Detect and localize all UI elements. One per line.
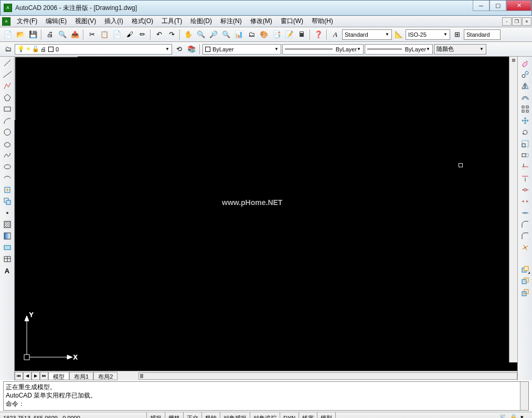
tab-nav-first[interactable]: ⏮ bbox=[15, 372, 23, 380]
stretch-button[interactable] bbox=[519, 150, 531, 160]
menu-dimension[interactable]: 标注(N) bbox=[216, 15, 246, 27]
menu-format[interactable]: 格式(O) bbox=[127, 15, 157, 27]
redo-button[interactable]: ↷ bbox=[166, 29, 177, 40]
table-button[interactable] bbox=[2, 254, 13, 264]
snap-toggle[interactable]: 捕捉 bbox=[147, 412, 165, 418]
tool-palettes-button[interactable]: 🎨 bbox=[258, 29, 270, 40]
trim-button[interactable] bbox=[519, 162, 531, 172]
draworder-front-button[interactable] bbox=[519, 264, 531, 275]
circle-button[interactable] bbox=[2, 127, 13, 137]
drawing-canvas[interactable]: www.pHome.NET X Y bbox=[15, 57, 517, 371]
table-style-icon[interactable]: ⊞ bbox=[451, 29, 463, 40]
menu-view[interactable]: 视图(V) bbox=[71, 15, 100, 27]
tray-settings-icon[interactable]: ▾ bbox=[520, 414, 529, 419]
erase-button[interactable] bbox=[519, 58, 531, 68]
tab-layout2[interactable]: 布局2 bbox=[93, 372, 118, 380]
command-area[interactable]: 正在重生成模型。 AutoCAD 菜单实用程序已加载。 命令： bbox=[3, 381, 529, 411]
sheet-set-button[interactable]: 📑 bbox=[271, 29, 282, 40]
zoom-realtime-button[interactable]: 🔍 bbox=[195, 29, 207, 40]
zoom-previous-button[interactable]: 🔍 bbox=[220, 29, 232, 40]
menu-draw[interactable]: 绘图(D) bbox=[186, 15, 216, 27]
cut-button[interactable]: ✂ bbox=[86, 29, 98, 40]
match-properties-button[interactable]: 🖌 bbox=[124, 29, 135, 40]
close-button[interactable]: ✕ bbox=[506, 1, 531, 11]
menu-insert[interactable]: 插入(I) bbox=[100, 15, 127, 27]
line-button[interactable] bbox=[2, 58, 13, 68]
tab-nav-last[interactable]: ⏭ bbox=[40, 372, 48, 380]
chamfer-button[interactable] bbox=[519, 219, 531, 230]
tab-layout1[interactable]: 布局1 bbox=[69, 372, 93, 380]
help-button[interactable]: ❓ bbox=[313, 29, 324, 40]
new-button[interactable]: 📄 bbox=[2, 29, 14, 40]
open-button[interactable]: 📂 bbox=[15, 29, 26, 40]
layer-states-button[interactable]: 📚 bbox=[186, 44, 197, 55]
draworder-back-button[interactable] bbox=[519, 276, 531, 286]
osnap-toggle[interactable]: 对象捕捉 bbox=[220, 412, 250, 418]
spline-button[interactable] bbox=[2, 150, 13, 160]
region-button[interactable] bbox=[2, 242, 13, 253]
undo-button[interactable]: ↶ bbox=[153, 29, 165, 40]
plotstyle-dropdown[interactable]: 随颜色▼ bbox=[434, 44, 486, 55]
break-button[interactable] bbox=[519, 196, 531, 207]
menu-window[interactable]: 窗口(W) bbox=[276, 15, 307, 27]
lock-icon[interactable]: 🔒 bbox=[510, 414, 518, 419]
maximize-button[interactable]: ▢ bbox=[490, 1, 506, 11]
paste-button[interactable]: 📄 bbox=[111, 29, 123, 40]
ellipse-arc-button[interactable] bbox=[2, 173, 13, 184]
menu-edit[interactable]: 编辑(E) bbox=[41, 15, 71, 27]
point-button[interactable] bbox=[2, 208, 13, 218]
draworder-above-button[interactable] bbox=[519, 287, 531, 298]
grid-toggle[interactable]: 栅格 bbox=[165, 412, 184, 418]
quickcalc-button[interactable]: 🖩 bbox=[296, 29, 307, 40]
linetype-dropdown[interactable]: ByLayer▼ bbox=[282, 44, 364, 55]
join-button[interactable] bbox=[519, 208, 531, 218]
horizontal-scrollbar[interactable] bbox=[139, 372, 517, 380]
explode-button[interactable] bbox=[519, 242, 531, 253]
revision-cloud-button[interactable] bbox=[2, 138, 13, 149]
mtext-button[interactable]: A bbox=[2, 265, 13, 276]
minimize-button[interactable]: ─ bbox=[473, 1, 490, 11]
layer-manager-button[interactable]: 🗂 bbox=[2, 44, 14, 55]
hatch-button[interactable] bbox=[2, 219, 13, 230]
save-button[interactable]: 💾 bbox=[27, 29, 39, 40]
array-button[interactable] bbox=[519, 104, 531, 114]
publish-button[interactable]: 📤 bbox=[69, 29, 81, 40]
markup-button[interactable]: 📝 bbox=[283, 29, 295, 40]
vertical-scrollbar[interactable] bbox=[509, 57, 517, 362]
text-style-icon[interactable]: A bbox=[329, 29, 341, 40]
print-button[interactable]: 🖨 bbox=[44, 29, 56, 40]
menu-modify[interactable]: 修改(M) bbox=[246, 15, 276, 27]
dim-style-icon[interactable]: 📐 bbox=[393, 29, 405, 40]
table-style-dropdown[interactable]: Standard bbox=[464, 29, 501, 40]
ellipse-button[interactable] bbox=[2, 162, 13, 172]
construction-line-button[interactable] bbox=[2, 69, 13, 80]
model-toggle[interactable]: 模型 bbox=[317, 412, 336, 418]
polyline-button[interactable] bbox=[2, 81, 13, 91]
dim-style-dropdown[interactable]: ISO-25▼ bbox=[406, 29, 450, 40]
arc-button[interactable] bbox=[2, 115, 13, 126]
communication-center-icon[interactable]: 📡 bbox=[499, 414, 508, 419]
mdi-close-button[interactable]: × bbox=[522, 17, 531, 26]
ortho-toggle[interactable]: 正交 bbox=[184, 412, 202, 418]
command-scrollbar[interactable] bbox=[520, 382, 528, 410]
scale-button[interactable] bbox=[519, 138, 531, 149]
otrack-toggle[interactable]: 对象追踪 bbox=[250, 412, 280, 418]
move-button[interactable] bbox=[519, 115, 531, 126]
tab-nav-prev[interactable]: ◀ bbox=[23, 372, 31, 380]
tab-nav-next[interactable]: ▶ bbox=[31, 372, 40, 380]
copy-button[interactable] bbox=[519, 69, 531, 80]
zoom-window-button[interactable]: 🔎 bbox=[208, 29, 219, 40]
layer-dropdown[interactable]: 💡☀🔓🖨 0 ▼ bbox=[15, 44, 172, 55]
gradient-button[interactable] bbox=[2, 231, 13, 241]
polygon-button[interactable] bbox=[2, 92, 13, 103]
color-dropdown[interactable]: ByLayer▼ bbox=[203, 44, 281, 55]
design-center-button[interactable]: 🗂 bbox=[246, 29, 257, 40]
mdi-app-icon[interactable]: A bbox=[2, 17, 10, 26]
polar-toggle[interactable]: 极轴 bbox=[202, 412, 220, 418]
tab-model[interactable]: 模型 bbox=[48, 372, 69, 380]
mdi-minimize-button[interactable]: - bbox=[502, 17, 512, 26]
mdi-restore-button[interactable]: ❐ bbox=[512, 17, 522, 26]
coordinates-display[interactable]: 1823.7513, 665.0609 , 0.0000 bbox=[0, 412, 147, 418]
insert-block-button[interactable] bbox=[2, 185, 13, 195]
rectangle-button[interactable] bbox=[2, 104, 13, 114]
